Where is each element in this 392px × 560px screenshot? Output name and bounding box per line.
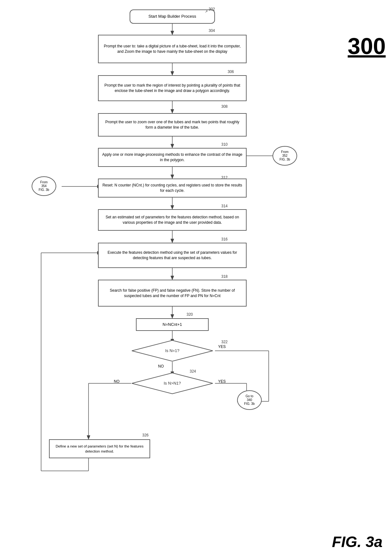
- no-label-322: NO: [158, 364, 164, 368]
- svg-text:Is N>N1?: Is N>N1?: [164, 381, 181, 386]
- diamond-322: Is N=1?: [131, 340, 213, 362]
- node-320: N=NCnt+1: [136, 318, 209, 331]
- node-314: Set an estimated set of parameters for t…: [98, 209, 247, 231]
- ref-316: 316: [221, 237, 228, 241]
- node-318: Search for false positive (FP) and false…: [98, 280, 247, 307]
- no-label-324: NO: [114, 379, 119, 384]
- ref-310: 310: [221, 142, 228, 147]
- ref-tilde-302: ↗: [205, 9, 208, 14]
- node-306: Prompt the user to mark the region of in…: [98, 75, 247, 101]
- ref-320: 320: [187, 312, 193, 317]
- node-326: Define a new set of parameters (set N) f…: [49, 439, 150, 458]
- svg-marker-9: [171, 175, 174, 179]
- ref-324: 324: [190, 369, 196, 374]
- node-304: Prompt the user to: take a digital pictu…: [98, 35, 247, 63]
- yes-label-324: YES: [218, 379, 226, 384]
- node-312: Reset: N counter (NCnt.) for counting cy…: [98, 179, 247, 198]
- svg-marker-11: [171, 205, 174, 209]
- ref-322: 322: [221, 340, 228, 344]
- ref-304: 304: [209, 28, 215, 33]
- node-322-container: Is N=1?: [131, 340, 213, 362]
- svg-marker-17: [171, 314, 174, 318]
- node-310: Apply one or more image-processing metho…: [98, 148, 247, 167]
- yes-label-322: YES: [218, 344, 226, 349]
- node-goto340: Go to340FIG. 3b: [237, 390, 262, 410]
- ref-314: 314: [221, 204, 228, 208]
- ref-302: 302: [209, 7, 215, 11]
- ref-318: 318: [221, 274, 228, 279]
- node-302: Start Map Builder Process: [130, 9, 215, 24]
- ref-308: 308: [221, 104, 228, 109]
- node-from352: From352FIG. 3b: [273, 146, 297, 166]
- svg-marker-3: [171, 71, 174, 75]
- ref-326: 326: [142, 433, 149, 437]
- svg-marker-1: [171, 31, 174, 35]
- node-from354: From354FIG. 3b: [32, 176, 56, 196]
- figure-300: 300: [348, 33, 386, 59]
- diamond-324: Is N>N1?: [131, 372, 213, 394]
- node-308: Prompt the user to zoom over one of the …: [98, 113, 247, 137]
- svg-marker-32: [87, 435, 90, 439]
- node-324-container: Is N>N1?: [131, 372, 213, 394]
- svg-text:Is N=1?: Is N=1?: [165, 348, 179, 353]
- fig-label: FIG. 3a: [332, 533, 383, 551]
- svg-marker-5: [171, 109, 174, 113]
- ref-306: 306: [228, 70, 234, 74]
- diagram-container: Start Map Builder Process 302 ↗ 304 Prom…: [0, 0, 392, 560]
- svg-marker-13: [171, 239, 174, 243]
- svg-marker-7: [171, 144, 174, 148]
- node-316: Execute the features detection method us…: [98, 243, 247, 268]
- svg-marker-15: [171, 276, 174, 280]
